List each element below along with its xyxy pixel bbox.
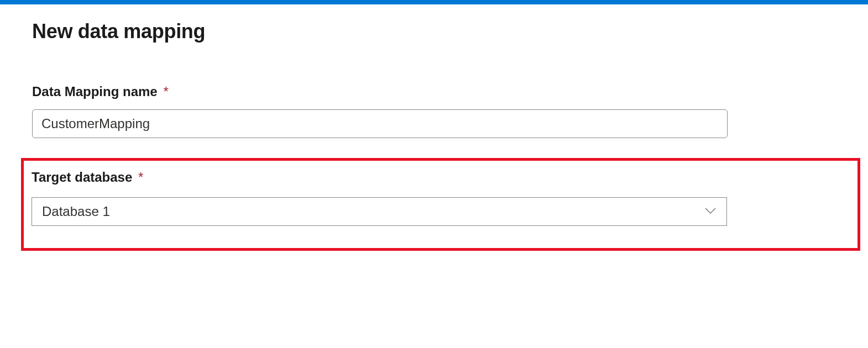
page-title: New data mapping bbox=[32, 20, 835, 43]
required-indicator: * bbox=[138, 170, 143, 184]
required-indicator: * bbox=[163, 84, 168, 99]
form-panel: New data mapping Data Mapping name * Tar… bbox=[0, 4, 868, 251]
mapping-name-label: Data Mapping name * bbox=[32, 84, 835, 99]
mapping-name-group: Data Mapping name * bbox=[32, 84, 835, 138]
top-accent-bar bbox=[0, 0, 868, 4]
target-database-select[interactable]: Database 1 bbox=[32, 197, 727, 226]
target-database-highlight: Target database * Database 1 bbox=[21, 158, 860, 251]
target-database-select-wrapper: Database 1 bbox=[32, 197, 727, 226]
target-database-label: Target database * bbox=[32, 170, 850, 185]
target-database-label-text: Target database bbox=[32, 170, 132, 184]
mapping-name-label-text: Data Mapping name bbox=[32, 84, 158, 99]
target-database-selected-value: Database 1 bbox=[42, 204, 110, 219]
mapping-name-input[interactable] bbox=[32, 109, 728, 138]
